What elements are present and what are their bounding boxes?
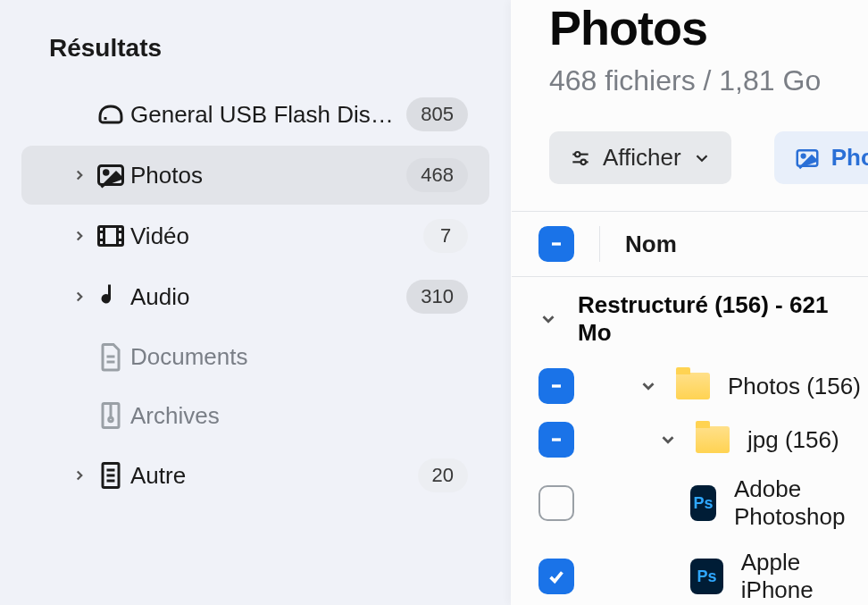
chevron-right-icon[interactable] <box>66 167 93 183</box>
table-header-row: Nom <box>512 212 868 277</box>
main-panel: Photos 468 fichiers / 1,81 Go Afficher P… <box>511 0 868 605</box>
drive-icon <box>95 98 130 130</box>
sidebar-item-documents[interactable]: Documents <box>21 328 489 385</box>
sidebar-item-badge: 310 <box>406 280 468 314</box>
sidebar-item-archives[interactable]: Archives <box>21 387 489 444</box>
svg-point-20 <box>575 151 580 155</box>
photos-filter-label: Photos <box>831 144 868 172</box>
sidebar-item-drive[interactable]: General USB Flash Disk... 805 <box>21 85 489 144</box>
group-label: Restructuré (156) - 621 Mo <box>578 291 868 347</box>
folder-icon <box>696 426 730 453</box>
svg-point-13 <box>109 417 113 422</box>
sidebar-item-photos[interactable]: Photos 468 <box>21 146 489 205</box>
chevron-right-icon[interactable] <box>66 289 93 305</box>
video-icon <box>95 220 130 252</box>
svg-point-21 <box>581 159 586 164</box>
sidebar-item-label: Audio <box>130 283 406 311</box>
row-checkbox[interactable] <box>538 559 574 594</box>
row-checkbox[interactable] <box>538 368 574 404</box>
chevron-right-icon[interactable] <box>66 228 93 244</box>
toolbar: Afficher Photos <box>549 131 868 211</box>
photo-icon <box>95 159 130 191</box>
chevron-down-icon[interactable] <box>638 376 658 396</box>
sidebar-item-label: Photos <box>130 162 406 189</box>
select-all-checkbox[interactable] <box>538 226 574 262</box>
row-label: Photos (156) <box>728 373 861 400</box>
tree-row-file[interactable]: Ps Apple iPhone <box>512 540 868 605</box>
sidebar-item-other[interactable]: Autre 20 <box>21 446 489 505</box>
chevron-down-icon <box>692 148 712 168</box>
svg-point-23 <box>801 154 805 157</box>
row-checkbox[interactable] <box>538 485 574 521</box>
svg-rect-3 <box>99 227 123 246</box>
display-button[interactable]: Afficher <box>549 131 731 184</box>
sidebar: Résultats General USB Flash Disk... 805 … <box>0 0 511 605</box>
document-icon <box>95 340 130 373</box>
sidebar-item-label: General USB Flash Disk... <box>130 101 406 129</box>
sidebar-item-label: Vidéo <box>130 223 423 250</box>
photoshop-icon: Ps <box>690 485 716 521</box>
row-label: jpg (156) <box>747 426 839 454</box>
sidebar-section-title: Résultats <box>0 18 511 85</box>
page-title: Photos <box>549 0 868 55</box>
sidebar-item-badge: 805 <box>406 97 468 131</box>
audio-icon <box>95 281 130 313</box>
row-label: Adobe Photoshop <box>734 475 868 531</box>
photo-icon <box>794 145 821 172</box>
page-subtitle: 468 fichiers / 1,81 Go <box>549 64 868 97</box>
main-header: Photos 468 fichiers / 1,81 Go Afficher P… <box>512 0 868 211</box>
chevron-down-icon[interactable] <box>658 430 678 450</box>
sidebar-item-audio[interactable]: Audio 310 <box>21 267 489 326</box>
photos-filter-button[interactable]: Photos <box>774 131 868 184</box>
photoshop-icon: Ps <box>690 559 723 594</box>
sliders-icon <box>569 147 592 170</box>
row-checkbox[interactable] <box>538 422 574 458</box>
table-area: Nom Restructuré (156) - 621 Mo Photos (1… <box>512 211 868 605</box>
sidebar-item-badge: 20 <box>418 458 468 492</box>
column-divider <box>599 226 600 262</box>
chevron-down-icon[interactable] <box>538 309 558 329</box>
group-row-restructured[interactable]: Restructuré (156) - 621 Mo <box>512 277 868 359</box>
sidebar-item-badge: 468 <box>406 158 468 192</box>
sidebar-item-video[interactable]: Vidéo 7 <box>21 206 489 265</box>
sidebar-item-label: Documents <box>130 343 468 371</box>
folder-icon <box>676 373 710 399</box>
other-file-icon <box>95 459 130 492</box>
column-header-name[interactable]: Nom <box>625 231 677 258</box>
chevron-right-icon[interactable] <box>66 467 93 483</box>
sidebar-item-badge: 7 <box>423 219 468 253</box>
row-label: Apple iPhone <box>741 549 868 604</box>
tree-row-folder[interactable]: jpg (156) <box>512 413 868 466</box>
svg-point-2 <box>104 171 109 175</box>
tree-row-file[interactable]: Ps Adobe Photoshop <box>512 466 868 540</box>
sidebar-item-label: Archives <box>130 402 468 430</box>
tree-row-folder[interactable]: Photos (156) <box>512 359 868 413</box>
display-button-label: Afficher <box>603 144 681 172</box>
sidebar-item-label: Autre <box>130 462 418 490</box>
archive-icon <box>95 399 130 432</box>
